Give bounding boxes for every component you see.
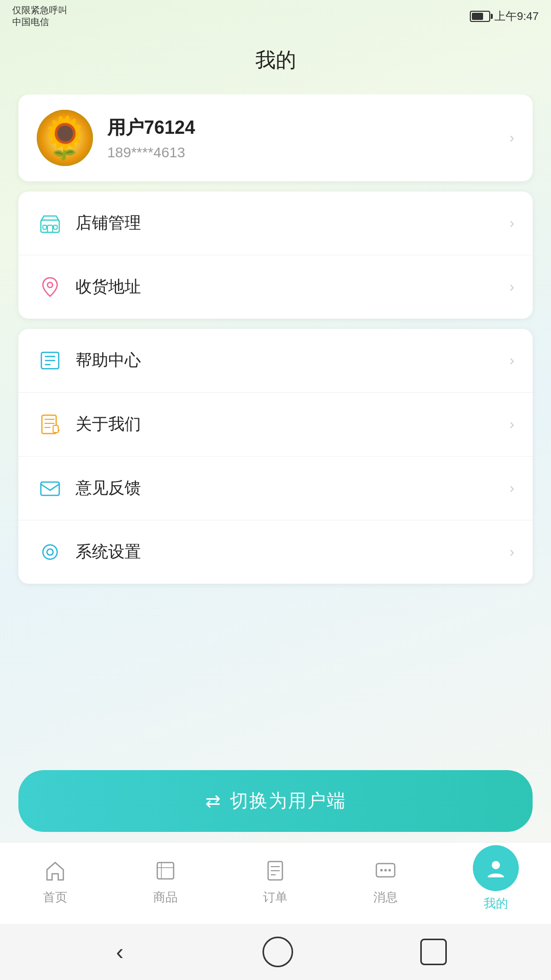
home-nav-icon [41, 856, 69, 885]
help-label: 帮助中心 [76, 349, 497, 372]
about-label: 关于我们 [76, 413, 497, 436]
svg-point-9 [43, 545, 57, 559]
mine-nav-label: 我的 [484, 895, 508, 912]
menu-item-about[interactable]: 关于我们 › [18, 393, 533, 457]
svg-rect-0 [41, 220, 59, 232]
menu-item-help[interactable]: 帮助中心 › [18, 329, 533, 393]
help-icon [37, 347, 63, 374]
bottom-nav: 首页 商品 订单 [0, 842, 551, 924]
address-chevron: › [510, 279, 514, 295]
settings-label: 系统设置 [76, 541, 497, 563]
nav-item-orders[interactable]: 订单 [221, 856, 331, 905]
page-title: 我的 [0, 31, 551, 94]
menu-card-2: 帮助中心 › 关于我们 › [18, 329, 533, 584]
svg-rect-11 [157, 863, 174, 879]
profile-info: 用户76124 189****4613 [107, 115, 495, 161]
profile-row[interactable]: 用户76124 189****4613 › [18, 94, 533, 181]
svg-rect-2 [43, 225, 46, 229]
settings-icon [37, 539, 63, 565]
profile-card: 用户76124 189****4613 › [18, 94, 533, 181]
svg-rect-1 [47, 225, 53, 232]
profile-username: 用户76124 [107, 115, 495, 140]
menu-item-address[interactable]: 收货地址 › [18, 255, 533, 319]
time-display: 上午9:47 [494, 9, 539, 24]
profile-phone: 189****4613 [107, 145, 495, 161]
carrier-info: 仅限紧急呼叫 中国电信 [12, 5, 67, 29]
avatar-image [37, 110, 93, 166]
back-gesture[interactable]: ‹ [105, 937, 135, 967]
nav-item-products[interactable]: 商品 [110, 856, 221, 905]
battery-fill [472, 13, 483, 20]
menu-item-feedback[interactable]: 意见反馈 › [18, 457, 533, 520]
switch-user-button[interactable]: ⇄ 切换为用户端 [18, 770, 533, 832]
svg-point-14 [380, 869, 383, 871]
menu-item-settings[interactable]: 系统设置 › [18, 520, 533, 584]
profile-chevron: › [510, 130, 514, 146]
help-chevron: › [510, 352, 514, 369]
svg-point-4 [47, 282, 53, 288]
switch-icon: ⇄ [205, 791, 222, 812]
feedback-chevron: › [510, 480, 514, 496]
status-right: 上午9:47 [470, 9, 539, 24]
menu-card-1: 店铺管理 › 收货地址 › [18, 192, 533, 319]
messages-nav-label: 消息 [373, 889, 398, 905]
orders-nav-icon [261, 856, 290, 885]
svg-point-17 [492, 861, 500, 869]
gesture-bar: ‹ [0, 924, 551, 980]
products-nav-icon [151, 856, 180, 885]
switch-btn-container: ⇄ 切换为用户端 [0, 770, 551, 842]
carrier-line2: 中国电信 [12, 16, 67, 28]
store-chevron: › [510, 215, 514, 231]
svg-point-10 [47, 549, 53, 555]
main-content: 用户76124 189****4613 › 店铺管理 › [0, 94, 551, 770]
settings-chevron: › [510, 544, 514, 560]
store-icon [37, 210, 63, 236]
about-chevron: › [510, 416, 514, 433]
svg-point-16 [389, 869, 391, 871]
carrier-line1: 仅限紧急呼叫 [12, 5, 67, 16]
store-label: 店铺管理 [76, 212, 497, 234]
nav-item-home[interactable]: 首页 [0, 856, 110, 905]
menu-item-store[interactable]: 店铺管理 › [18, 192, 533, 255]
svg-rect-3 [54, 225, 57, 229]
feedback-label: 意见反馈 [76, 477, 497, 499]
nav-item-messages[interactable]: 消息 [330, 856, 441, 905]
products-nav-label: 商品 [153, 889, 178, 905]
battery-icon [470, 11, 490, 22]
svg-rect-7 [53, 425, 58, 433]
home-nav-label: 首页 [43, 889, 67, 905]
avatar [37, 110, 93, 166]
switch-label: 切换为用户端 [230, 788, 346, 814]
nav-item-mine[interactable]: 我的 [441, 850, 551, 912]
about-icon [37, 411, 63, 438]
messages-nav-icon [371, 856, 400, 885]
recent-gesture[interactable] [420, 939, 447, 965]
home-gesture[interactable] [262, 937, 293, 967]
svg-point-15 [385, 869, 387, 871]
feedback-icon [37, 475, 63, 501]
status-bar: 仅限紧急呼叫 中国电信 上午9:47 [0, 0, 551, 31]
address-label: 收货地址 [76, 276, 497, 298]
orders-nav-label: 订单 [263, 889, 288, 905]
mine-nav-icon [473, 845, 519, 891]
address-icon [37, 274, 63, 300]
svg-rect-8 [41, 482, 59, 495]
